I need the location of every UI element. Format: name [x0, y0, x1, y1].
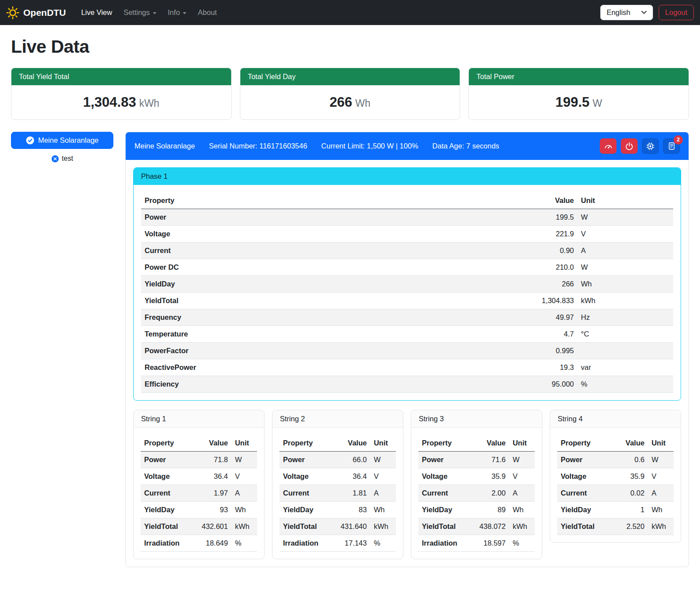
- brand[interactable]: OpenDTU: [6, 6, 66, 19]
- language-select[interactable]: English: [600, 5, 653, 20]
- unit-cell: W: [577, 259, 673, 276]
- card-title: Total Yield Total: [11, 68, 231, 85]
- table-row: YieldDay 83 Wh: [279, 502, 396, 518]
- property-cell: Temperature: [141, 326, 403, 343]
- property-cell: YieldTotal: [141, 293, 403, 309]
- unit-cell: W: [648, 452, 674, 468]
- sidebar-item-test[interactable]: test: [11, 155, 113, 163]
- property-cell: Power: [141, 209, 403, 226]
- table-header-row: Property Value Unit: [557, 435, 674, 452]
- nav-item-about[interactable]: About: [192, 5, 222, 20]
- unit-cell: W: [232, 452, 257, 468]
- property-cell: YieldDay: [141, 502, 198, 518]
- table-row: Power 71.8 W: [141, 452, 257, 468]
- table-row: Power 199.5 W: [141, 209, 673, 226]
- value-cell: 0.90: [403, 242, 577, 259]
- property-cell: Power: [557, 452, 618, 468]
- value-cell: 17.143: [337, 535, 370, 552]
- logout-button[interactable]: Logout: [659, 5, 694, 20]
- limit-settings-button[interactable]: [600, 138, 617, 154]
- property-cell: ReactivePower: [141, 359, 403, 376]
- strings-row: String 1 Property Value Unit: [133, 410, 681, 559]
- language-value: English: [606, 8, 630, 17]
- table-row: YieldTotal 1,304.833 kWh: [141, 293, 673, 309]
- value-cell: 0.995: [403, 343, 577, 359]
- value-cell: 35.9: [618, 468, 648, 485]
- value-cell: 431.640: [337, 518, 370, 535]
- col-property: Property: [557, 435, 618, 452]
- unit-cell: kWh: [509, 518, 535, 535]
- table-row: PowerFactor 0.995: [141, 343, 673, 359]
- value-cell: 93: [198, 502, 232, 518]
- value-cell: 0.02: [618, 485, 648, 502]
- value-cell: 438.072: [476, 518, 509, 535]
- page-title: Live Data: [11, 36, 689, 57]
- inverter-sidebar: Meine Solaranlage test: [11, 132, 113, 163]
- unit-cell: kWh: [232, 518, 257, 535]
- unit-cell: Hz: [577, 309, 673, 326]
- string-1-table: Property Value Unit Power 71.8 W: [141, 435, 257, 552]
- property-cell: YieldDay: [557, 502, 618, 518]
- col-property: Property: [418, 435, 476, 452]
- inverter-name: Meine Solaranlage: [134, 142, 195, 150]
- power-icon: [625, 142, 634, 151]
- page-container: Live Data Total Yield Total 1,304.83kWh …: [0, 25, 700, 580]
- sun-icon: [6, 6, 19, 19]
- property-cell: Irradiation: [418, 535, 476, 552]
- summary-cards-row: Total Yield Total 1,304.83kWh Total Yiel…: [11, 68, 689, 120]
- col-property: Property: [141, 435, 198, 452]
- nav-links: Live View Settings Info About: [76, 5, 601, 20]
- event-log-button[interactable]: 2: [663, 138, 680, 154]
- table-row: Current 0.02 A: [557, 485, 674, 502]
- property-cell: Voltage: [141, 468, 198, 485]
- nav-item-live-view[interactable]: Live View: [76, 5, 118, 20]
- total-yield-day-value: 266: [330, 94, 352, 110]
- value-cell: 1.81: [337, 485, 370, 502]
- navbar: OpenDTU Live View Settings Info About En…: [0, 0, 700, 25]
- value-cell: 18.597: [476, 535, 509, 552]
- table-row: Frequency 49.97 Hz: [141, 309, 673, 326]
- inverter-card-body: Phase 1 Property Value Unit Power: [126, 160, 689, 567]
- value-cell: 71.6: [476, 452, 509, 468]
- total-power-value: 199.5: [555, 94, 590, 110]
- inverter-data-age: Data Age: 7 seconds: [432, 142, 499, 150]
- chevron-down-icon: [641, 11, 647, 14]
- table-row: Voltage 35.9 V: [418, 468, 535, 485]
- total-power-card: Total Power 199.5W: [468, 68, 689, 120]
- unit-cell: V: [577, 226, 673, 242]
- sidebar-item-meine-solaranlage[interactable]: Meine Solaranlage: [11, 132, 113, 149]
- col-value: Value: [618, 435, 648, 452]
- value-cell: 71.8: [198, 452, 232, 468]
- table-row: ReactivePower 19.3 var: [141, 359, 673, 376]
- table-row: Power 0.6 W: [557, 452, 674, 468]
- content-row: Meine Solaranlage test Meine Solaranlage…: [11, 132, 689, 567]
- property-cell: YieldTotal: [557, 518, 618, 535]
- cpu-icon: [646, 142, 655, 151]
- unit-cell: kWh: [370, 518, 396, 535]
- table-header-row: Property Value Unit: [279, 435, 396, 452]
- table-row: Power 66.0 W: [279, 452, 396, 468]
- brand-label: OpenDTU: [23, 7, 66, 18]
- value-cell: 221.9: [403, 226, 577, 242]
- col-unit: Unit: [370, 435, 396, 452]
- nav-item-settings[interactable]: Settings: [118, 5, 162, 20]
- table-row: YieldTotal 438.072 kWh: [418, 518, 535, 535]
- device-info-button[interactable]: [642, 138, 659, 154]
- power-button[interactable]: [621, 138, 638, 154]
- nav-item-info[interactable]: Info: [162, 5, 192, 20]
- value-cell: 66.0: [337, 452, 370, 468]
- property-cell: PowerFactor: [141, 343, 403, 359]
- inverter-serial: Serial Number: 116171603546: [209, 142, 308, 150]
- property-cell: Current: [557, 485, 618, 502]
- total-yield-day-card: Total Yield Day 266Wh: [240, 68, 461, 120]
- table-header-row: Property Value Unit: [141, 435, 257, 452]
- unit-cell: %: [232, 535, 257, 552]
- value-cell: 199.5: [403, 209, 577, 226]
- table-row: YieldDay 266 Wh: [141, 276, 673, 293]
- property-cell: Efficiency: [141, 376, 403, 393]
- table-row: Current 0.90 A: [141, 242, 673, 259]
- table-header-row: Property Value Unit: [418, 435, 535, 452]
- table-row: Current 2.00 A: [418, 485, 535, 502]
- property-cell: Voltage: [557, 468, 618, 485]
- value-cell: 89: [476, 502, 509, 518]
